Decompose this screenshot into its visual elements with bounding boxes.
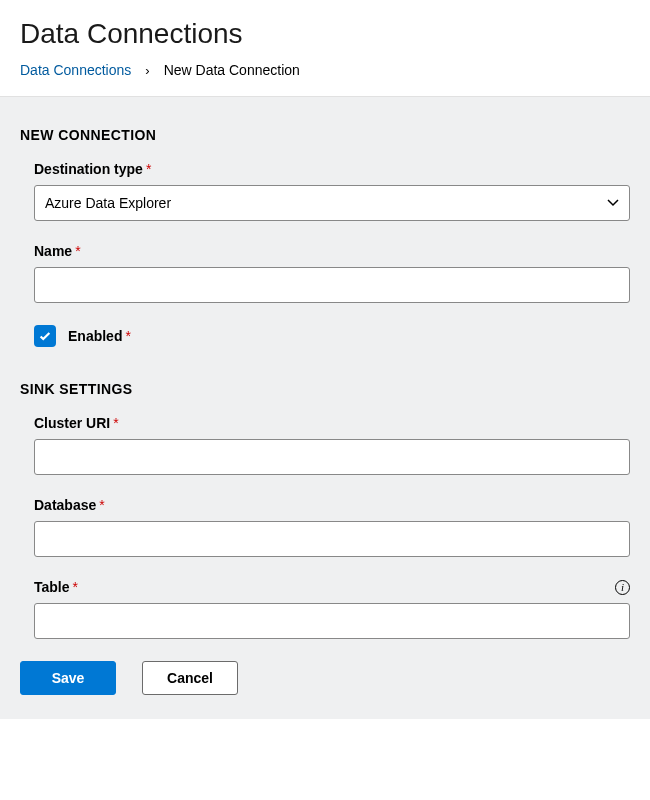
database-label: Database* [34, 497, 630, 513]
table-input[interactable] [34, 603, 630, 639]
section-title-new-connection: NEW CONNECTION [20, 127, 630, 143]
section-sink-settings: SINK SETTINGS Cluster URI* Database* Tab… [20, 381, 630, 639]
cluster-uri-label: Cluster URI* [34, 415, 630, 431]
page-title: Data Connections [20, 18, 630, 50]
chevron-right-icon: › [145, 63, 149, 78]
check-icon [38, 329, 52, 343]
info-icon[interactable]: i [615, 580, 630, 595]
name-label: Name* [34, 243, 630, 259]
name-input[interactable] [34, 267, 630, 303]
enabled-label: Enabled* [68, 328, 131, 344]
table-label: Table* i [34, 579, 630, 595]
enabled-checkbox[interactable] [34, 325, 56, 347]
destination-type-select[interactable]: Azure Data Explorer [34, 185, 630, 221]
breadcrumb-current: New Data Connection [164, 62, 300, 78]
database-input[interactable] [34, 521, 630, 557]
cluster-uri-input[interactable] [34, 439, 630, 475]
breadcrumb: Data Connections › New Data Connection [20, 62, 630, 78]
destination-type-label: Destination type* [34, 161, 630, 177]
breadcrumb-root-link[interactable]: Data Connections [20, 62, 131, 78]
cancel-button[interactable]: Cancel [142, 661, 238, 695]
section-title-sink-settings: SINK SETTINGS [20, 381, 630, 397]
save-button[interactable]: Save [20, 661, 116, 695]
section-new-connection: NEW CONNECTION Destination type* Azure D… [20, 127, 630, 347]
